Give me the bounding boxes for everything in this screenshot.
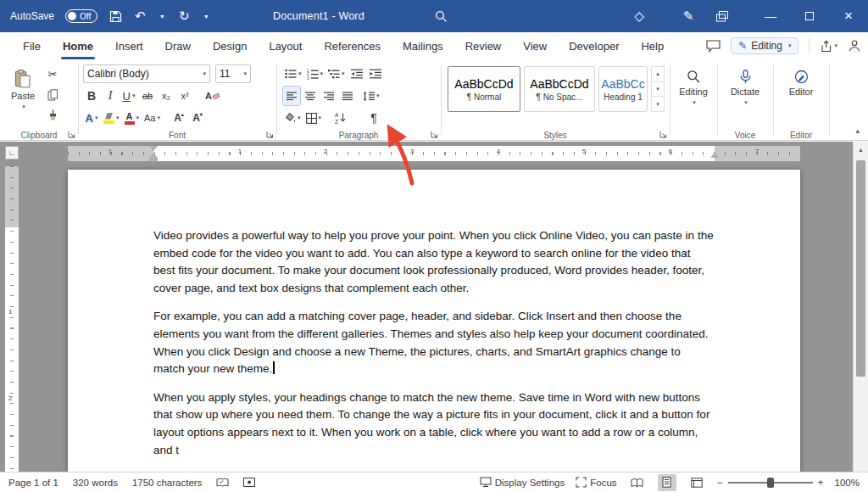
- document-paragraph[interactable]: When you apply styles, your headings cha…: [153, 389, 715, 459]
- horizontal-ruler[interactable]: 11234567: [68, 146, 800, 161]
- save-icon[interactable]: [108, 7, 122, 25]
- undo-dropdown-icon[interactable]: ▾: [158, 7, 166, 25]
- paragraph-dialog-launcher-icon[interactable]: [431, 131, 438, 138]
- presence-icon[interactable]: [848, 39, 861, 53]
- premium-icon[interactable]: ◇: [632, 7, 646, 25]
- ribbon-tab[interactable]: Design: [202, 32, 258, 59]
- ribbon-tab[interactable]: Mailings: [392, 32, 454, 59]
- ribbon-tab[interactable]: Help: [630, 32, 675, 59]
- align-left-button[interactable]: [283, 87, 300, 105]
- align-right-button[interactable]: [320, 87, 337, 105]
- bullets-button[interactable]: ▾: [283, 64, 303, 83]
- zoom-out-icon[interactable]: −: [717, 477, 723, 489]
- minimize-button[interactable]: —: [751, 0, 790, 32]
- superscript-button[interactable]: x²: [176, 87, 193, 105]
- styles-scroll-up-icon[interactable]: ▴: [652, 67, 664, 81]
- document-paragraph[interactable]: For example, you can add a matching cove…: [153, 308, 715, 377]
- subscript-button[interactable]: x₂: [158, 87, 175, 105]
- focus-button[interactable]: Focus: [576, 477, 616, 488]
- decrease-indent-button[interactable]: [348, 64, 365, 83]
- styles-dialog-launcher-icon[interactable]: [659, 131, 667, 138]
- word-count[interactable]: 320 words: [73, 478, 118, 488]
- switch-windows-icon[interactable]: [715, 7, 729, 25]
- font-size-combobox[interactable]: 11 ▾: [215, 64, 251, 83]
- read-mode-button[interactable]: [628, 474, 647, 491]
- style-card[interactable]: AaBbCc Heading 1: [598, 66, 648, 112]
- document-page[interactable]: Video provides a powerful way to help yo…: [68, 170, 800, 472]
- collapse-ribbon-icon[interactable]: ▴: [855, 126, 860, 135]
- italic-button[interactable]: I: [102, 87, 119, 105]
- redo-icon[interactable]: ↻: [177, 7, 191, 25]
- numbering-button[interactable]: 123 ▾: [305, 64, 326, 83]
- ribbon-tab[interactable]: Draw: [154, 32, 202, 59]
- justify-button[interactable]: [339, 87, 356, 105]
- autosave-toggle[interactable]: Off: [65, 9, 97, 23]
- strikethrough-button[interactable]: ab: [139, 87, 156, 105]
- close-button[interactable]: ×: [829, 0, 868, 32]
- text-effects-button[interactable]: A▾: [83, 109, 100, 127]
- style-card[interactable]: AaBbCcDd ¶ Normal: [448, 66, 520, 112]
- display-settings-button[interactable]: Display Settings: [480, 477, 565, 488]
- copy-button[interactable]: [44, 86, 61, 103]
- clear-formatting-button[interactable]: A: [203, 87, 221, 105]
- increase-indent-button[interactable]: [367, 64, 384, 83]
- editing-menu-button[interactable]: Editing ▾: [674, 64, 713, 106]
- ribbon-tab[interactable]: Insert: [104, 32, 154, 59]
- font-color-button[interactable]: A▾: [123, 109, 142, 127]
- zoom-level[interactable]: 100%: [835, 478, 860, 488]
- ribbon-tab[interactable]: Layout: [258, 32, 313, 59]
- page-indicator[interactable]: Page 1 of 1: [8, 478, 58, 488]
- maximize-button[interactable]: [790, 0, 829, 32]
- change-case-button[interactable]: Aa▾: [142, 109, 162, 127]
- styles-more-icon[interactable]: ▾: [652, 96, 664, 111]
- undo-icon[interactable]: ↶: [133, 7, 147, 25]
- qat-customize-icon[interactable]: ▾: [202, 7, 210, 25]
- dictate-button[interactable]: Dictate ▾: [725, 64, 765, 106]
- format-painter-button[interactable]: [44, 106, 61, 124]
- editor-button[interactable]: Editor: [781, 64, 821, 97]
- proofing-icon[interactable]: [216, 478, 229, 488]
- borders-button[interactable]: ▾: [304, 109, 324, 127]
- clipboard-dialog-launcher-icon[interactable]: [68, 131, 75, 138]
- zoom-slider[interactable]: [728, 482, 813, 484]
- first-line-indent-marker[interactable]: [149, 146, 158, 151]
- multilevel-list-button[interactable]: ▾: [326, 64, 347, 83]
- sort-button[interactable]: AZ: [331, 109, 348, 127]
- cut-button[interactable]: ✂: [44, 65, 61, 83]
- zoom-in-icon[interactable]: +: [818, 477, 824, 489]
- draw-pen-icon[interactable]: ✎: [682, 7, 695, 25]
- align-center-button[interactable]: [302, 87, 319, 105]
- scroll-up-icon[interactable]: ▲: [854, 142, 868, 157]
- share-button[interactable]: ▾: [820, 40, 837, 53]
- underline-button[interactable]: U▾: [120, 87, 137, 105]
- ribbon-tab[interactable]: Review: [454, 32, 513, 59]
- bold-button[interactable]: B: [83, 87, 100, 105]
- print-layout-button[interactable]: [658, 474, 676, 491]
- vertical-scrollbar[interactable]: ▲: [853, 142, 868, 472]
- character-count[interactable]: 1750 characters: [132, 478, 202, 488]
- shading-button[interactable]: ▾: [283, 109, 303, 127]
- scrollbar-thumb[interactable]: [856, 160, 865, 377]
- ribbon-tab[interactable]: Home: [52, 32, 104, 59]
- web-layout-button[interactable]: [687, 474, 706, 491]
- paste-button[interactable]: Paste ▾: [7, 64, 39, 110]
- vertical-ruler[interactable]: 12: [5, 166, 19, 472]
- document-paragraph[interactable]: Video provides a powerful way to help yo…: [153, 227, 715, 297]
- ribbon-tab[interactable]: File: [12, 32, 52, 59]
- grow-font-button[interactable]: A▴: [170, 109, 187, 127]
- comments-icon[interactable]: [706, 40, 721, 53]
- show-hide-pilcrow-button[interactable]: ¶: [365, 109, 382, 127]
- ribbon-tab[interactable]: References: [313, 32, 391, 59]
- styles-scroll-down-icon[interactable]: ▾: [652, 81, 664, 97]
- left-indent-marker[interactable]: [149, 158, 158, 161]
- font-dialog-launcher-icon[interactable]: [266, 131, 274, 138]
- zoom-slider-thumb[interactable]: [767, 478, 774, 488]
- macro-record-icon[interactable]: [243, 478, 255, 487]
- highlight-button[interactable]: ▾: [102, 109, 121, 127]
- editing-mode-button[interactable]: ✎ Editing ▾: [731, 37, 798, 54]
- ribbon-tab[interactable]: View: [512, 32, 558, 59]
- style-card[interactable]: AaBbCcDd ¶ No Spac...: [524, 66, 595, 112]
- search-icon[interactable]: [434, 7, 448, 25]
- right-indent-marker[interactable]: [710, 153, 719, 158]
- shrink-font-button[interactable]: A▾: [189, 109, 206, 127]
